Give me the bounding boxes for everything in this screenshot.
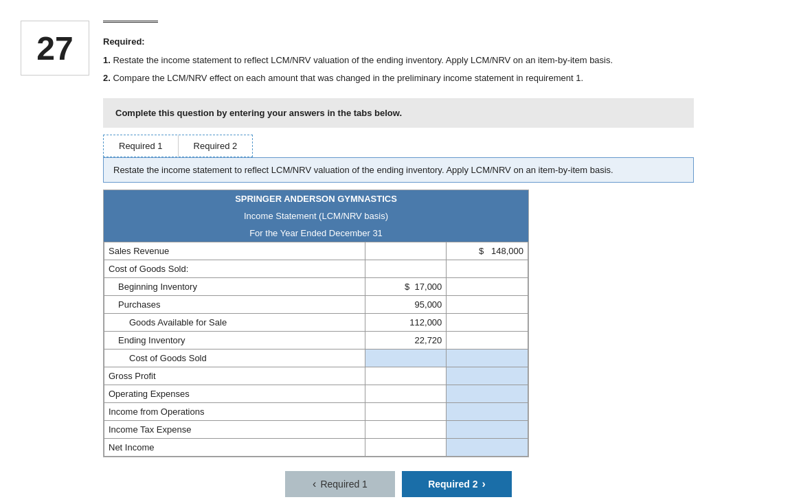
- row-right-begin-inv: [447, 278, 528, 296]
- table-row: Cost of Goods Sold:: [104, 260, 528, 278]
- instruction-2-num: 2.: [103, 73, 111, 83]
- table-row: Ending Inventory 22,720: [104, 332, 528, 350]
- row-mid-gross-profit: [365, 367, 447, 385]
- row-label-cogs-value: Cost of Goods Sold: [104, 350, 365, 367]
- row-mid-goods-avail: 112,000: [365, 314, 447, 332]
- row-right-income-ops-input[interactable]: [447, 403, 528, 421]
- row-right-gross-profit-input[interactable]: [447, 367, 528, 385]
- table-row: Cost of Goods Sold: [104, 350, 528, 367]
- row-right-goods-avail: [447, 314, 528, 332]
- row-right-tax-exp-input[interactable]: [447, 421, 528, 439]
- next-chevron-icon: ›: [482, 478, 486, 490]
- income-table-container: SPRINGER ANDERSON GYMNASTICS Income Stat…: [103, 190, 529, 457]
- instruction-1-text: Restate the income statement to reflect …: [113, 55, 613, 65]
- row-label-income-ops: Income from Operations: [104, 403, 365, 421]
- cogs-right-input[interactable]: [451, 353, 523, 363]
- complete-box: Complete this question by entering your …: [103, 98, 694, 128]
- row-label-purchases: Purchases: [104, 296, 365, 314]
- top-divider: [103, 21, 158, 23]
- row-label-gross-profit: Gross Profit: [104, 367, 365, 385]
- table-period: For the Year Ended December 31: [104, 225, 528, 242]
- required-label: Required:: [103, 36, 791, 47]
- row-mid-net-income: [365, 439, 447, 457]
- row-right-sales-revenue: $ 148,000: [447, 242, 528, 260]
- table-row: Goods Available for Sale 112,000: [104, 314, 528, 332]
- cogs-mid-input[interactable]: [370, 353, 442, 363]
- prev-button[interactable]: ‹ Required 1: [285, 471, 395, 497]
- complete-box-text: Complete this question by entering your …: [115, 108, 402, 118]
- next-button-label: Required 2: [428, 479, 477, 490]
- op-exp-input[interactable]: [451, 389, 523, 399]
- row-label-ending-inv: Ending Inventory: [104, 332, 365, 350]
- row-right-cogs-input[interactable]: [447, 350, 528, 367]
- tabs-container: Required 1 Required 2: [103, 135, 253, 157]
- problem-number: 27: [21, 21, 89, 76]
- table-row: Income Tax Expense: [104, 421, 528, 439]
- instruction-2: 2. Compare the LCM/NRV effect on each am…: [103, 71, 791, 85]
- row-mid-purchases: 95,000: [365, 296, 447, 314]
- row-label-begin-inv: Beginning Inventory: [104, 278, 365, 296]
- instruction-1-num: 1.: [103, 55, 111, 65]
- table-row: Gross Profit: [104, 367, 528, 385]
- row-label-goods-avail: Goods Available for Sale: [104, 314, 365, 332]
- table-title: Income Statement (LCM/NRV basis): [104, 207, 528, 225]
- row-mid-cogs-input[interactable]: [365, 350, 447, 367]
- row-label-tax-exp: Income Tax Expense: [104, 421, 365, 439]
- row-mid-income-ops: [365, 403, 447, 421]
- row-mid-ending-inv: 22,720: [365, 332, 447, 350]
- row-label-op-exp: Operating Expenses: [104, 385, 365, 403]
- instruction-1: 1. Restate the income statement to refle…: [103, 54, 791, 67]
- table-row: Sales Revenue $ 148,000: [104, 242, 528, 260]
- row-label-net-income: Net Income: [104, 439, 365, 457]
- gross-profit-input[interactable]: [451, 371, 523, 381]
- instruction-2-text: Compare the LCM/NRV effect on each amoun…: [113, 73, 583, 83]
- table-row: Operating Expenses: [104, 385, 528, 403]
- row-label-sales-revenue: Sales Revenue: [104, 242, 365, 260]
- row-mid-cogs-heading: [365, 260, 447, 278]
- prev-chevron-icon: ‹: [313, 478, 316, 490]
- tax-exp-input[interactable]: [451, 424, 523, 435]
- table-row: Income from Operations: [104, 403, 528, 421]
- main-content: Required: 1. Restate the income statemen…: [89, 14, 812, 504]
- next-button[interactable]: Required 2 ›: [402, 471, 512, 497]
- tab-required-2[interactable]: Required 2: [179, 135, 253, 157]
- prev-button-label: Required 1: [320, 479, 368, 490]
- row-right-purchases: [447, 296, 528, 314]
- row-mid-op-exp: [365, 385, 447, 403]
- row-mid-sales-revenue: [365, 242, 447, 260]
- row-mid-begin-inv: $ 17,000: [365, 278, 447, 296]
- table-row: Net Income: [104, 439, 528, 457]
- row-right-op-exp-input[interactable]: [447, 385, 528, 403]
- tab-required-1[interactable]: Required 1: [104, 135, 179, 157]
- table-row: Beginning Inventory $ 17,000: [104, 278, 528, 296]
- table-row: Purchases 95,000: [104, 296, 528, 314]
- row-mid-tax-exp: [365, 421, 447, 439]
- row-right-cogs-heading: [447, 260, 528, 278]
- row-right-net-income-input[interactable]: [447, 439, 528, 457]
- income-table: Sales Revenue $ 148,000 Cost of Goods So…: [104, 242, 528, 457]
- tab-instruction: Restate the income statement to reflect …: [103, 157, 694, 183]
- income-ops-input[interactable]: [451, 406, 523, 417]
- nav-buttons: ‹ Required 1 Required 2 ›: [103, 471, 694, 497]
- row-right-ending-inv: [447, 332, 528, 350]
- row-label-cogs-heading: Cost of Goods Sold:: [104, 260, 365, 278]
- net-income-input[interactable]: [451, 442, 523, 453]
- table-company-name: SPRINGER ANDERSON GYMNASTICS: [104, 190, 528, 207]
- number-text: 27: [36, 30, 73, 67]
